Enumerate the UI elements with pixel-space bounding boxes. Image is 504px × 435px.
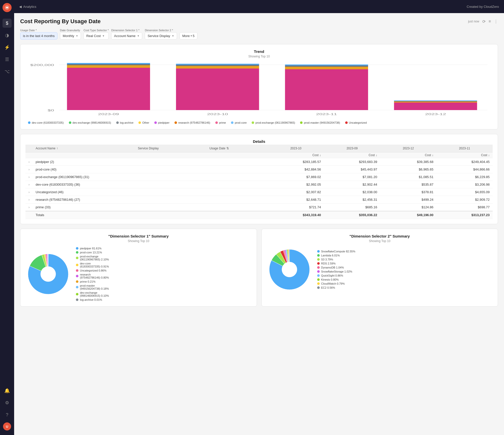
expand-icon[interactable]: › <box>25 204 33 211</box>
usage-date-label: Usage Date * <box>20 29 57 32</box>
cost-type-label: Cost Type Selector * <box>83 29 109 32</box>
svg-rect-20 <box>394 103 477 110</box>
cost-type-select[interactable]: Real Cost ▼ <box>83 32 109 40</box>
granularity-value: Monthly <box>63 34 74 38</box>
expand-icon[interactable]: › <box>25 188 33 196</box>
pie-legend-item: log-archive 0.01% <box>76 298 109 301</box>
dim1-summary-subtitle: Showing Top 10 <box>25 239 252 243</box>
expand-icon[interactable]: › <box>25 158 33 166</box>
expand-icon[interactable]: › <box>25 196 33 204</box>
sidebar-item-alerts[interactable]: 🔔 <box>3 386 12 395</box>
more-filters-label: More • 5 <box>182 34 195 38</box>
cost-c2-cell: $45,443.97 <box>324 166 380 173</box>
sidebar-item-integrations[interactable]: ⌥ <box>3 67 12 76</box>
dim2-select[interactable]: Service Display ▼ <box>145 32 177 40</box>
filter-icon[interactable]: ≡ <box>489 19 491 24</box>
trend-card: Trend Showing Top 10 $200,000 $0 <box>20 44 498 129</box>
table-row[interactable]: › research (975482786146) (27) $2,648.71… <box>25 196 493 204</box>
more-filters-button[interactable]: More • 5 <box>180 32 197 40</box>
dim1-label: Dimension Selector 1 * <box>111 29 142 32</box>
usage-date-value[interactable]: is in the last 4 months <box>20 32 57 40</box>
totals-c2: $355,036.22 <box>324 211 380 219</box>
dim2-pie-container: SnowflakeCompute 82.55%Lambda 6.01%S3 3.… <box>267 247 493 292</box>
pie-legend-item: Kinesis 0.80% <box>317 278 355 281</box>
table-row[interactable]: › dev-core (618300337335) (36) $2,992.05… <box>25 181 493 188</box>
chevron-down-icon: ▼ <box>76 35 78 37</box>
app-logo[interactable] <box>3 3 12 12</box>
expand-icon[interactable]: › <box>25 181 33 188</box>
cost-type-value: Real Cost <box>86 34 101 38</box>
more-options-icon[interactable]: ⋮ <box>494 19 498 24</box>
page-title: Cost Reporting By Usage Date <box>20 18 101 25</box>
sidebar-item-dollar[interactable]: $ <box>3 19 12 28</box>
dim2-pie-chart <box>267 247 312 292</box>
usage-date-filter: Usage Date * is in the last 4 months <box>20 29 57 40</box>
expand-icon[interactable]: › <box>25 166 33 173</box>
account-col-header[interactable]: Account Name ↑ <box>33 145 135 152</box>
usage-date-col-header[interactable]: Usage Date ⇅ <box>206 145 268 152</box>
chevron-down-icon-2: ▼ <box>102 35 105 37</box>
chevron-down-icon-4: ▼ <box>172 35 174 37</box>
table-row[interactable]: › Uncategorized (46) $2,007.82 $2,038.00… <box>25 188 493 196</box>
cost-c2-cell: $7,081.20 <box>324 173 380 181</box>
sort-toggle-icon: ⇅ <box>226 147 229 150</box>
user-avatar[interactable]: U <box>3 422 11 430</box>
pie-legend-item: Uncategorized 0.86% <box>76 269 109 272</box>
svg-rect-6 <box>67 65 150 68</box>
main-content: ◀ Analytics Created by CloudZero Cost Re… <box>14 0 504 435</box>
table-row[interactable]: › prime (33) $721.74 $685.16 $124.86 $69… <box>25 204 493 211</box>
account-name-cell: prime (33) <box>33 204 268 211</box>
cost-c4-cell: $698.77 <box>436 204 493 211</box>
legend-item: Other <box>138 121 149 124</box>
legend-item: research (975482786146) <box>174 121 210 124</box>
cost-c4-cell: $4,655.09 <box>436 188 493 196</box>
svg-text:$0: $0 <box>48 109 54 112</box>
cost-c3-cell: $378.81 <box>380 188 436 196</box>
sidebar-item-help[interactable]: ? <box>3 410 12 419</box>
expand-col-header <box>25 145 33 152</box>
back-arrow-icon: ◀ <box>19 5 22 9</box>
details-table: Account Name ↑ Service Display Usage Dat… <box>25 145 493 219</box>
refresh-icon[interactable]: ⟳ <box>482 19 486 24</box>
pie-legend-item: prime 0.21% <box>76 280 109 283</box>
granularity-select[interactable]: Monthly ▼ <box>60 32 81 40</box>
dim1-summary-card: "Dimension Selector 1" Summary Showing T… <box>20 229 257 307</box>
table-row[interactable]: › prod-exchange (061190967865) (31) $7,8… <box>25 173 493 181</box>
col-2023-10[interactable]: 2023-10 <box>268 145 324 152</box>
trend-chart: $200,000 $0 2023-09 <box>25 62 493 118</box>
col-2023-12[interactable]: 2023-12 <box>380 145 436 152</box>
pie-legend-item: QuickSight 0.86% <box>317 274 355 277</box>
cost-c3-cell: $6,965.65 <box>380 166 436 173</box>
account-name-cell: prod-core (40) <box>33 166 268 173</box>
table-row[interactable]: › prod-core (40) $42,884.56 $45,443.97 $… <box>25 166 493 173</box>
svg-rect-18 <box>285 64 368 65</box>
table-row[interactable]: › piedpiper (2) $283,185.57 $293,683.39 … <box>25 158 493 166</box>
dim1-select[interactable]: Account Name ▼ <box>111 32 142 40</box>
expand-icon[interactable]: › <box>25 173 33 181</box>
sidebar-item-insights[interactable]: ⚡ <box>3 43 12 52</box>
sidebar-item-settings[interactable]: ⚙ <box>3 398 12 407</box>
trend-subtitle: Showing Top 10 <box>25 55 493 58</box>
account-name-cell: research (975482786146) (27) <box>33 196 268 204</box>
nav-back-button[interactable]: ◀ Analytics <box>19 5 36 9</box>
sort-asc-icon: ↑ <box>56 147 58 150</box>
svg-rect-16 <box>285 67 368 69</box>
svg-rect-17 <box>285 65 368 67</box>
svg-rect-12 <box>176 65 259 66</box>
nav-section-label: Analytics <box>23 5 36 9</box>
legend-item: Uncategorized <box>345 121 367 124</box>
pie-legend-item: EC2 0.56% <box>317 286 355 289</box>
cost-c3-cell: $535.87 <box>380 181 436 188</box>
col-2023-11[interactable]: 2023-11 <box>436 145 493 152</box>
dim2-value: Service Display <box>147 34 170 38</box>
cost-c2-cell: $685.16 <box>324 204 380 211</box>
legend-item: dev-core (618300337335) <box>28 121 64 124</box>
granularity-filter: Date Granularity Monthly ▼ <box>60 29 81 40</box>
trend-legend: dev-core (618300337335)dev-exchange (998… <box>25 121 493 124</box>
dim2-summary-subtitle: Showing Top 10 <box>267 239 493 243</box>
sidebar-item-analytics[interactable]: ◑ <box>3 31 12 40</box>
cost-c3-cell: $1,085.51 <box>380 173 436 181</box>
top-nav: ◀ Analytics Created by CloudZero <box>14 0 504 13</box>
col-2023-09[interactable]: 2023-09 <box>324 145 380 152</box>
sidebar-item-reports[interactable]: ☰ <box>3 55 12 64</box>
